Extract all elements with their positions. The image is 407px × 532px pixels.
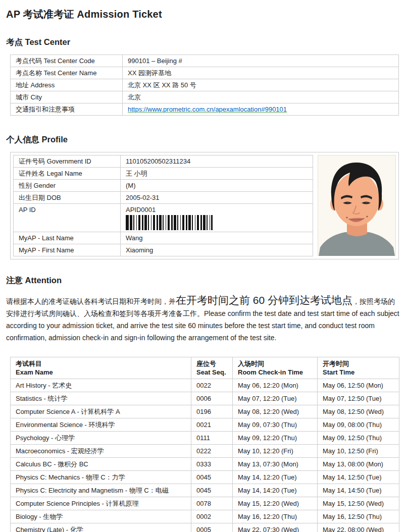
table-row: 城市 City北京 [11, 91, 399, 103]
row-label: 出生日期 DOB [14, 192, 121, 204]
start-time-cell: May 07, 12:50 (Tue) [318, 392, 399, 405]
start-time-cell: May 15, 12:50 (Wed) [318, 497, 399, 510]
exam-name-cell: Psychology - 心理学 [11, 432, 191, 445]
table-row: 考点名称 Test Center NameXX 园测评基地 [11, 67, 399, 79]
exam-name-cell: Environmental Science - 环境科学 [11, 418, 191, 432]
apid-barcode [126, 215, 213, 230]
row-value: 北京 XX 区 XX 路 50 号 [123, 79, 399, 91]
exam-row: Biology - 生物学0002May 16, 12:20 (Thu)May … [11, 510, 399, 523]
seat-seq-cell: 0022 [191, 379, 233, 392]
row-value: Wang [121, 232, 313, 244]
table-row: 性别 Gender(M) [14, 180, 313, 192]
page-title: AP 考试准考证 Admission Ticket [6, 7, 399, 21]
start-time-cell: May 09, 08:00 (Thu) [318, 418, 399, 432]
start-time-cell: May 14, 14:50 (Tue) [318, 484, 399, 497]
exam-row: Chemistry (Late) - 化学0005May 22, 07:30 (… [11, 523, 399, 532]
header-zh: 入场时间 [238, 360, 264, 367]
row-value-text: 王 小明 [126, 170, 147, 177]
exam-table-header-row: 考试科目Exam Name 座位号Seat Seq. 入场时间Room Chec… [11, 357, 399, 379]
row-label: 考点代码 Test Center Code [11, 55, 123, 67]
admission-ticket-document: AP 考试准考证 Admission Ticket 考点 Test Center… [0, 0, 407, 532]
row-value: 990101 – Beijing # [123, 55, 399, 67]
seat-seq-cell: 0045 [191, 484, 233, 497]
table-row: 出生日期 DOB2005-02-31 [14, 192, 313, 204]
row-value-text: 北京 [128, 93, 141, 101]
profile-table: 证件号码 Government ID110105200502311234证件姓名… [13, 155, 313, 256]
row-value-text: Wang [126, 234, 142, 242]
seat-seq-cell: 0005 [191, 523, 233, 532]
table-row: MyAP - Last NameWang [14, 232, 313, 244]
checkin-time-cell: May 13, 07:30 (Mon) [233, 458, 318, 471]
start-time-cell: May 09, 12:50 (Thu) [318, 432, 399, 445]
exam-name-cell: Calculus BC - 微积分 BC [11, 458, 191, 471]
row-value-text: 990101 – Beijing # [128, 57, 182, 65]
checkin-time-cell: May 10, 12:20 (Fri) [233, 445, 318, 458]
test-center-table: 考点代码 Test Center Code990101 – Beijing #考… [10, 55, 399, 116]
header-zh: 开考时间 [323, 360, 349, 367]
exam-row: Calculus BC - 微积分 BC0333May 13, 07:30 (M… [11, 458, 399, 471]
row-value-text: Xiaoming [126, 246, 153, 254]
row-label: 证件号码 Government ID [14, 155, 121, 168]
row-label: 性别 Gender [14, 180, 121, 192]
start-time-cell: May 22, 08:00 (Wed) [318, 523, 399, 532]
exam-name-cell: Computer Science Principles - 计算机原理 [11, 497, 191, 510]
section-heading-attention: 注意 Attention [6, 275, 399, 286]
header-en: Seat Seq. [196, 368, 226, 376]
row-value: APID0001 [121, 204, 313, 232]
exam-name-cell: Macroeconomics - 宏观经济学 [11, 445, 191, 458]
checkin-time-cell: May 09, 12:20 (Thu) [233, 432, 318, 445]
row-label: 证件姓名 Legal Name [14, 168, 121, 180]
seat-seq-cell: 0111 [191, 432, 233, 445]
table-row: 交通指引和注意事项https://www.prometric.com.cn/ap… [11, 103, 399, 116]
row-label: 地址 Address [11, 79, 123, 91]
checkin-time-cell: May 16, 12:20 (Thu) [233, 510, 318, 523]
row-value: 王 小明 [121, 168, 313, 180]
section-heading-profile: 个人信息 Profile [6, 134, 399, 145]
row-value-text: APID0001 [126, 206, 156, 214]
seat-seq-cell: 0196 [191, 405, 233, 418]
row-label: MyAP - First Name [14, 244, 121, 256]
checkin-time-column-header: 入场时间Room Check-in Time [233, 357, 318, 379]
exam-row: Computer Science A - 计算机科学 A0196May 08, … [11, 405, 399, 418]
row-value: 110105200502311234 [121, 155, 313, 168]
attention-paragraph: 请根据本人的准考证确认各科考试日期和开考时间，并在开考时间之前 60 分钟到达考… [6, 294, 401, 344]
table-row: 证件姓名 Legal Name王 小明 [14, 168, 313, 180]
row-value-text: 2005-02-31 [126, 194, 160, 201]
exam-row: Physics C: Mechanics - 物理 C：力学0045May 14… [11, 471, 399, 484]
exam-name-cell: Chemistry (Late) - 化学 [11, 523, 191, 532]
candidate-photo [318, 155, 396, 256]
start-time-cell: May 10, 12:50 (Fri) [318, 445, 399, 458]
exam-name-cell: Physics C: Mechanics - 物理 C：力学 [11, 471, 191, 484]
row-value-text: 110105200502311234 [126, 157, 190, 165]
exam-name-cell: Art History - 艺术史 [11, 379, 191, 392]
checkin-time-cell: May 07, 12:20 (Tue) [233, 392, 318, 405]
start-time-column-header: 开考时间Start Time [318, 357, 399, 379]
exam-name-cell: Computer Science A - 计算机科学 A [11, 405, 191, 418]
table-row: MyAP - First NameXiaoming [14, 244, 313, 256]
table-row: 考点代码 Test Center Code990101 – Beijing # [11, 55, 399, 67]
row-label: 城市 City [11, 91, 123, 103]
seat-seq-cell: 0006 [191, 392, 233, 405]
table-row: 证件号码 Government ID110105200502311234 [14, 155, 313, 168]
row-value-text: XX 园测评基地 [128, 69, 171, 77]
seat-seq-cell: 0002 [191, 510, 233, 523]
header-en: Room Check-in Time [238, 368, 303, 376]
seat-seq-cell: 0333 [191, 458, 233, 471]
row-value: XX 园测评基地 [123, 67, 399, 79]
exam-row: Macroeconomics - 宏观经济学0222May 10, 12:20 … [11, 445, 399, 458]
exam-row: Psychology - 心理学0111May 09, 12:20 (Thu)M… [11, 432, 399, 445]
row-value-text: 北京 XX 区 XX 路 50 号 [128, 81, 196, 89]
row-label: AP ID [14, 204, 121, 232]
seat-seq-cell: 0222 [191, 445, 233, 458]
exam-name-cell: Physics C: Electricity and Magnetism - 物… [11, 484, 191, 497]
start-time-cell: May 16, 12:50 (Thu) [318, 510, 399, 523]
row-value: 2005-02-31 [121, 192, 313, 204]
header-en: Exam Name [16, 368, 53, 376]
seat-seq-column-header: 座位号Seat Seq. [191, 357, 233, 379]
checkin-time-cell: May 08, 12:20 (Wed) [233, 405, 318, 418]
exam-schedule-table: 考试科目Exam Name 座位号Seat Seq. 入场时间Room Chec… [10, 357, 399, 532]
transport-guide-link[interactable]: https://www.prometric.com.cn/apexamlocat… [128, 105, 287, 113]
exam-row: Environmental Science - 环境科学0021May 09, … [11, 418, 399, 432]
exam-name-column-header: 考试科目Exam Name [11, 357, 191, 379]
profile-container: 证件号码 Government ID110105200502311234证件姓名… [10, 152, 399, 259]
